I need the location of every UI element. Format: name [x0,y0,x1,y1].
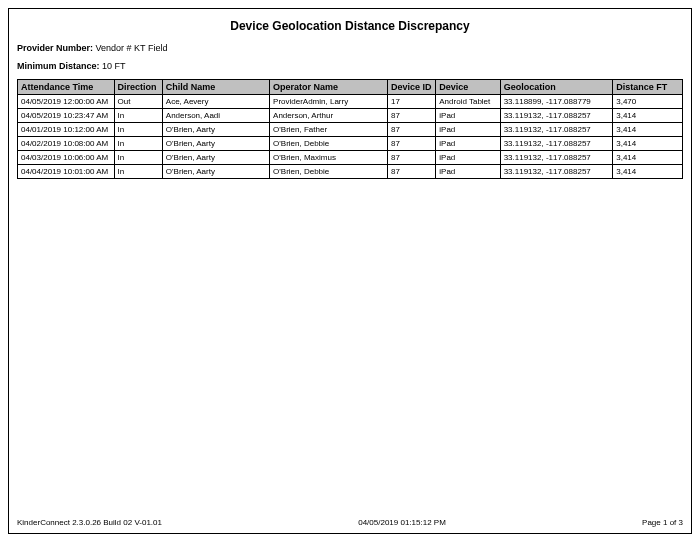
table-header-row: Attendance Time Direction Child Name Ope… [18,80,683,95]
provider-number-label: Provider Number: [17,43,93,53]
cell-device: iPad [436,137,500,151]
cell-geolocation: 33.118899, -117.088779 [500,95,613,109]
cell-child-name: O'Brien, Aarty [162,151,269,165]
cell-direction: In [114,109,162,123]
cell-operator-name: O'Brien, Father [270,123,388,137]
cell-direction: In [114,123,162,137]
minimum-distance-value: 10 FT [102,61,126,71]
col-device: Device [436,80,500,95]
col-attendance-time: Attendance Time [18,80,115,95]
cell-distance-ft: 3,470 [613,95,683,109]
cell-distance-ft: 3,414 [613,123,683,137]
minimum-distance-label: Minimum Distance: [17,61,100,71]
cell-geolocation: 33.119132, -117.088257 [500,165,613,179]
cell-device: iPad [436,123,500,137]
discrepancy-table: Attendance Time Direction Child Name Ope… [17,79,683,179]
cell-device-id: 17 [388,95,436,109]
cell-operator-name: ProviderAdmin, Larry [270,95,388,109]
cell-direction: In [114,151,162,165]
table-row: 04/01/2019 10:12:00 AMInO'Brien, AartyO'… [18,123,683,137]
footer-page: Page 1 of 3 [642,518,683,527]
cell-operator-name: O'Brien, Debbie [270,165,388,179]
col-child-name: Child Name [162,80,269,95]
provider-number-row: Provider Number: Vendor # KT Field [17,43,683,53]
col-geolocation: Geolocation [500,80,613,95]
cell-device-id: 87 [388,151,436,165]
page-title: Device Geolocation Distance Discrepancy [17,19,683,33]
cell-device-id: 87 [388,123,436,137]
cell-device: iPad [436,165,500,179]
footer-timestamp: 04/05/2019 01:15:12 PM [358,518,446,527]
cell-direction: In [114,165,162,179]
table-body: 04/05/2019 12:00:00 AMOutAce, AeveryProv… [18,95,683,179]
cell-child-name: Ace, Aevery [162,95,269,109]
cell-attendance-time: 04/01/2019 10:12:00 AM [18,123,115,137]
cell-geolocation: 33.119132, -117.088257 [500,151,613,165]
col-direction: Direction [114,80,162,95]
cell-operator-name: Anderson, Arthur [270,109,388,123]
cell-device: iPad [436,151,500,165]
cell-device-id: 87 [388,165,436,179]
cell-child-name: O'Brien, Aarty [162,137,269,151]
col-device-id: Device ID [388,80,436,95]
cell-distance-ft: 3,414 [613,109,683,123]
cell-child-name: O'Brien, Aarty [162,123,269,137]
cell-operator-name: O'Brien, Maximus [270,151,388,165]
table-row: 04/05/2019 10:23:47 AMInAnderson, AadiAn… [18,109,683,123]
col-operator-name: Operator Name [270,80,388,95]
cell-distance-ft: 3,414 [613,151,683,165]
cell-attendance-time: 04/04/2019 10:01:00 AM [18,165,115,179]
cell-geolocation: 33.119132, -117.088257 [500,137,613,151]
cell-attendance-time: 04/05/2019 10:23:47 AM [18,109,115,123]
cell-operator-name: O'Brien, Debbie [270,137,388,151]
cell-device: iPad [436,109,500,123]
table-row: 04/02/2019 10:08:00 AMInO'Brien, AartyO'… [18,137,683,151]
page-footer: KinderConnect 2.3.0.26 Build 02 V-01.01 … [17,518,683,527]
cell-device-id: 87 [388,137,436,151]
cell-attendance-time: 04/02/2019 10:08:00 AM [18,137,115,151]
cell-device-id: 87 [388,109,436,123]
cell-geolocation: 33.119132, -117.088257 [500,109,613,123]
cell-direction: In [114,137,162,151]
report-page: Device Geolocation Distance Discrepancy … [8,8,692,534]
footer-version: KinderConnect 2.3.0.26 Build 02 V-01.01 [17,518,162,527]
cell-distance-ft: 3,414 [613,165,683,179]
minimum-distance-row: Minimum Distance: 10 FT [17,61,683,71]
table-row: 04/03/2019 10:06:00 AMInO'Brien, AartyO'… [18,151,683,165]
cell-geolocation: 33.119132, -117.088257 [500,123,613,137]
cell-attendance-time: 04/05/2019 12:00:00 AM [18,95,115,109]
cell-device: Android Tablet [436,95,500,109]
cell-attendance-time: 04/03/2019 10:06:00 AM [18,151,115,165]
cell-direction: Out [114,95,162,109]
cell-child-name: Anderson, Aadi [162,109,269,123]
table-row: 04/04/2019 10:01:00 AMInO'Brien, AartyO'… [18,165,683,179]
col-distance-ft: Distance FT [613,80,683,95]
cell-child-name: O'Brien, Aarty [162,165,269,179]
provider-number-value: Vendor # KT Field [96,43,168,53]
table-row: 04/05/2019 12:00:00 AMOutAce, AeveryProv… [18,95,683,109]
cell-distance-ft: 3,414 [613,137,683,151]
